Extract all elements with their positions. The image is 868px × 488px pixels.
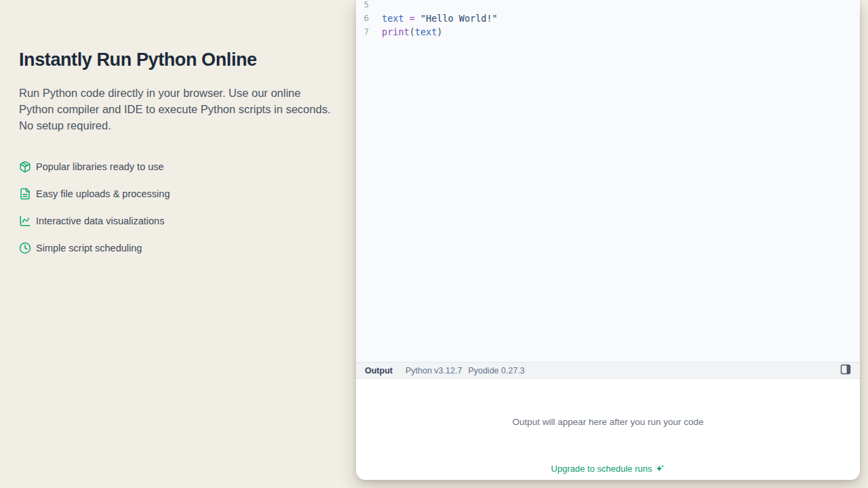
code-token bbox=[415, 13, 420, 24]
code-text: print(text) bbox=[382, 25, 442, 39]
output-area: Output will appear here after you run yo… bbox=[356, 379, 860, 480]
code-line: 6 text = "Hello World!" bbox=[356, 12, 860, 25]
code-token: = bbox=[410, 13, 415, 24]
output-placeholder: Output will appear here after you run yo… bbox=[356, 417, 860, 427]
file-text-icon bbox=[19, 188, 31, 200]
upgrade-link[interactable]: Upgrade to schedule runs bbox=[551, 464, 652, 474]
clock-icon bbox=[19, 242, 31, 254]
code-token: ) bbox=[437, 26, 442, 37]
code-line: 7 print(text) bbox=[356, 25, 860, 39]
line-number: 5 bbox=[361, 0, 369, 12]
code-text: text = "Hello World!" bbox=[382, 12, 498, 25]
line-number: 6 bbox=[361, 12, 369, 25]
hero-panel: Instantly Run Python Online Run Python c… bbox=[19, 49, 346, 269]
page-title: Instantly Run Python Online bbox=[19, 49, 346, 70]
line-number: 7 bbox=[361, 25, 369, 39]
upgrade-row: Upgrade to schedule runs bbox=[356, 464, 860, 474]
feature-item-uploads: Easy file uploads & processing bbox=[19, 188, 346, 200]
editor-lines: 5 6 text = "Hello World!" 7 print(text) bbox=[356, 0, 860, 39]
feature-item-visualizations: Interactive data visualizations bbox=[19, 215, 346, 227]
code-token bbox=[404, 13, 410, 24]
feature-label: Interactive data visualizations bbox=[36, 216, 164, 226]
code-token: text bbox=[415, 26, 437, 37]
feature-item-libraries: Popular libraries ready to use bbox=[19, 161, 346, 173]
package-icon bbox=[19, 161, 31, 173]
pyodide-version: Pyodide 0.27.3 bbox=[468, 366, 524, 375]
code-token: ( bbox=[410, 26, 415, 37]
code-editor[interactable]: 5 6 text = "Hello World!" 7 print(text) bbox=[356, 0, 860, 362]
feature-label: Simple script scheduling bbox=[36, 243, 142, 253]
panel-right-icon bbox=[840, 364, 851, 377]
hero-description: Run Python code directly in your browser… bbox=[19, 85, 346, 134]
feature-label: Easy file uploads & processing bbox=[36, 188, 170, 199]
ide-card: 5 6 text = "Hello World!" 7 print(text) … bbox=[356, 0, 860, 480]
output-label: Output bbox=[365, 366, 393, 375]
python-version: Python v3.12.7 bbox=[406, 366, 462, 375]
chart-line-icon bbox=[19, 215, 31, 227]
output-header-bar: Output Python v3.12.7 Pyodide 0.27.3 bbox=[356, 362, 860, 379]
code-token: "Hello World!" bbox=[420, 13, 498, 24]
code-token: print bbox=[382, 26, 410, 37]
code-token: text bbox=[382, 13, 404, 24]
code-line: 5 bbox=[356, 0, 860, 12]
feature-list: Popular libraries ready to use Easy file… bbox=[19, 161, 346, 254]
sparkles-icon bbox=[656, 464, 665, 473]
panel-toggle-button[interactable] bbox=[840, 365, 852, 377]
feature-item-scheduling: Simple script scheduling bbox=[19, 242, 346, 254]
feature-label: Popular libraries ready to use bbox=[36, 161, 164, 172]
